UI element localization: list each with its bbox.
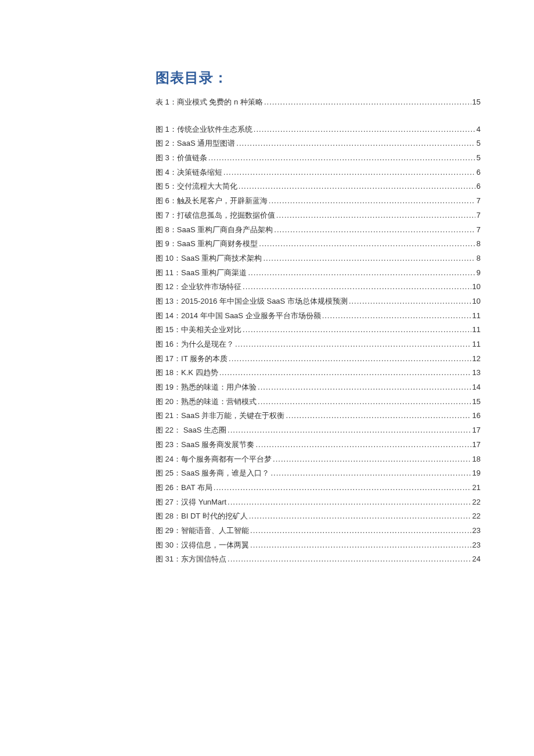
toc-container: 表 1：商业模式 免费的 n 种策略15 图 1：传统企业软件生态系统4图 2：… xyxy=(156,95,481,567)
figure-label: 图 25：SaaS 服务商，谁是入口？ xyxy=(156,466,270,481)
figure-page: 10 xyxy=(472,280,481,294)
leader-dots xyxy=(322,309,471,323)
figure-entry: 图 29：智能语音、人工智能23 xyxy=(156,524,481,538)
figure-entry: 图 28：BI DT 时代的挖矿人22 xyxy=(156,509,481,524)
figure-page: 21 xyxy=(472,481,481,495)
figure-label: 图 12：企业软件市场特征 xyxy=(156,280,241,294)
figure-entry: 图 27：汉得 YunMart22 xyxy=(156,495,481,510)
leader-dots xyxy=(349,294,471,309)
figure-entry: 图 4：决策链条缩短6 xyxy=(156,165,481,180)
figure-label: 图 29：智能语音、人工智能 xyxy=(156,524,249,538)
figure-label: 图 16：为什么是现在？ xyxy=(156,337,234,352)
figure-label: 图 8：SaaS 重构厂商自身产品架构 xyxy=(156,223,273,237)
figure-label: 图 27：汉得 YunMart xyxy=(156,495,226,510)
figure-entry: 图 30：汉得信息，一体两翼23 xyxy=(156,538,481,553)
figure-entry: 图 19：熟悉的味道：用户体验14 xyxy=(156,380,481,395)
figure-label: 图 5：交付流程大大简化 xyxy=(156,179,237,194)
figure-entry: 图 9：SaaS 重构厂商财务模型8 xyxy=(156,237,481,251)
tables-section: 表 1：商业模式 免费的 n 种策略15 xyxy=(156,95,481,110)
leader-dots xyxy=(219,366,471,380)
figure-page: 7 xyxy=(477,208,481,223)
figure-entry: 图 3：价值链条5 xyxy=(156,151,481,165)
figure-entry: 图 16：为什么是现在？11 xyxy=(156,337,481,352)
figure-label: 图 2：SaaS 通用型图谱 xyxy=(156,136,235,151)
figure-entry: 图 5：交付流程大大简化6 xyxy=(156,179,481,194)
figure-label: 图 11：SaaS 重构厂商渠道 xyxy=(156,266,247,280)
leader-dots xyxy=(276,208,475,223)
figure-label: 图 21：SaaS 并非万能，关键在于权衡 xyxy=(156,409,285,423)
figure-entry: 图 22： SaaS 生态圈17 xyxy=(156,423,481,438)
figure-page: 13 xyxy=(472,366,481,380)
figure-page: 14 xyxy=(472,380,481,395)
figure-entry: 图 21：SaaS 并非万能，关键在于权衡16 xyxy=(156,409,481,423)
figure-page: 9 xyxy=(477,266,481,280)
figure-entry: 图 31：东方国信特点24 xyxy=(156,552,481,567)
figure-page: 10 xyxy=(472,294,481,309)
figure-page: 6 xyxy=(477,165,481,180)
figure-entry: 图 1：传统企业软件生态系统4 xyxy=(156,123,481,137)
figure-label: 图 19：熟悉的味道：用户体验 xyxy=(156,380,257,395)
figure-page: 5 xyxy=(477,136,481,151)
figure-label: 图 4：决策链条缩短 xyxy=(156,165,222,180)
figure-entry: 图 10：SaaS 重构厂商技术架构8 xyxy=(156,251,481,266)
figure-entry: 图 18：K.K 四趋势13 xyxy=(156,366,481,380)
figure-label: 图 30：汉得信息，一体两翼 xyxy=(156,538,249,553)
leader-dots xyxy=(236,136,475,151)
figure-page: 6 xyxy=(477,179,481,194)
figure-entry: 图 6：触及长尾客户，开辟新蓝海7 xyxy=(156,194,481,208)
figure-entry: 图 20：熟悉的味道：营销模式15 xyxy=(156,395,481,409)
leader-dots xyxy=(248,266,475,280)
figure-entry: 图 26：BAT 布局21 xyxy=(156,481,481,495)
leader-dots xyxy=(250,538,471,553)
figure-page: 17 xyxy=(472,438,481,452)
figure-label: 图 26：BAT 布局 xyxy=(156,481,212,495)
figure-page: 17 xyxy=(472,423,481,438)
leader-dots xyxy=(235,337,471,352)
figure-page: 11 xyxy=(472,337,481,352)
figure-label: 图 17：IT 服务的本质 xyxy=(156,352,228,366)
leader-dots xyxy=(271,466,471,481)
toc-title: 图表目录： xyxy=(156,69,482,87)
figure-label: 图 7：打破信息孤岛，挖掘数据价值 xyxy=(156,208,275,223)
figure-page: 22 xyxy=(472,495,481,510)
figure-page: 5 xyxy=(477,151,481,165)
figure-page: 24 xyxy=(472,552,481,567)
figure-entry: 图 15：中美相关企业对比11 xyxy=(156,323,481,337)
leader-dots xyxy=(228,552,471,567)
figure-label: 图 1：传统企业软件生态系统 xyxy=(156,123,252,137)
figure-page: 23 xyxy=(472,538,481,553)
leader-dots xyxy=(208,151,475,165)
figure-page: 23 xyxy=(472,524,481,538)
leader-dots xyxy=(243,280,471,294)
figure-page: 7 xyxy=(477,223,481,237)
figure-page: 15 xyxy=(472,395,481,409)
leader-dots xyxy=(229,352,471,366)
leader-dots xyxy=(256,438,471,452)
figure-label: 图 23：SaaS 服务商发展节奏 xyxy=(156,438,255,452)
figure-entry: 图 23：SaaS 服务商发展节奏17 xyxy=(156,438,481,452)
figure-label: 图 20：熟悉的味道：营销模式 xyxy=(156,395,257,409)
figure-label: 图 13：2015-2016 年中国企业级 SaaS 市场总体规模预测 xyxy=(156,294,348,309)
figure-label: 图 22： SaaS 生态圈 xyxy=(156,423,226,438)
figure-label: 图 3：价值链条 xyxy=(156,151,207,165)
leader-dots xyxy=(286,409,471,423)
figure-page: 19 xyxy=(472,466,481,481)
figure-page: 8 xyxy=(477,251,481,266)
leader-dots xyxy=(264,251,475,266)
leader-dots xyxy=(258,395,471,409)
leader-dots xyxy=(214,481,471,495)
figure-page: 18 xyxy=(472,452,481,467)
figure-entry: 图 17：IT 服务的本质12 xyxy=(156,352,481,366)
leader-dots xyxy=(249,509,471,524)
leader-dots xyxy=(243,323,471,337)
figure-page: 12 xyxy=(472,352,481,366)
figure-label: 图 14：2014 年中国 SaaS 企业服务平台市场份额 xyxy=(156,309,321,323)
figure-page: 11 xyxy=(472,309,481,323)
figure-label: 图 6：触及长尾客户，开辟新蓝海 xyxy=(156,194,268,208)
figure-entry: 图 7：打破信息孤岛，挖掘数据价值7 xyxy=(156,208,481,223)
leader-dots xyxy=(250,524,471,538)
table-label: 表 1：商业模式 免费的 n 种策略 xyxy=(156,95,263,110)
figure-entry: 图 12：企业软件市场特征10 xyxy=(156,280,481,294)
figure-label: 图 10：SaaS 重构厂商技术架构 xyxy=(156,251,262,266)
figure-label: 图 31：东方国信特点 xyxy=(156,552,226,567)
